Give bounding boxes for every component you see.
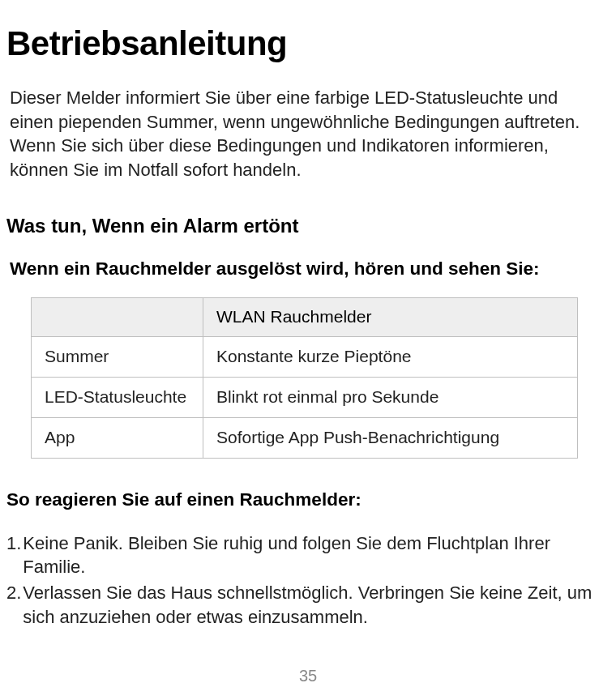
reaction-steps: 1. Keine Panik. Bleiben Sie ruhig und fo…	[6, 531, 608, 630]
page-number: 35	[0, 667, 616, 685]
table-row: LED-Statusleuchte Blinkt rot einmal pro …	[32, 377, 578, 417]
table-cell-label: App	[32, 417, 203, 458]
table-row: Summer Konstante kurze Pieptöne	[32, 336, 578, 377]
table-header-empty	[32, 297, 203, 336]
list-text: Verlassen Sie das Haus schnellstmöglich.…	[23, 581, 608, 629]
table-cell-value: Konstante kurze Pieptöne	[203, 336, 578, 377]
list-item: 1. Keine Panik. Bleiben Sie ruhig und fo…	[6, 531, 608, 579]
heading-trigger: Wenn ein Rauchmelder ausgelöst wird, hör…	[6, 258, 608, 280]
table-cell-value: Blinkt rot einmal pro Sekunde	[203, 377, 578, 417]
table-cell-label: Summer	[32, 336, 203, 377]
table-cell-value: Sofortige App Push-Benachrichtigung	[203, 417, 578, 458]
table-cell-label: LED-Statusleuchte	[32, 377, 203, 417]
indicator-table: WLAN Rauchmelder Summer Konstante kurze …	[31, 297, 578, 459]
heading-alarm-action: Was tun, Wenn ein Alarm ertönt	[6, 215, 608, 237]
intro-paragraph: Dieser Melder informiert Sie über eine f…	[6, 86, 608, 182]
heading-react: So reagieren Sie auf einen Rauchmelder:	[6, 489, 608, 510]
list-item: 2. Verlassen Sie das Haus schnellstmögli…	[6, 581, 608, 629]
list-text: Keine Panik. Bleiben Sie ruhig und folge…	[23, 531, 608, 579]
page-title: Betriebsanleitung	[6, 24, 608, 63]
table-row: App Sofortige App Push-Benachrichtigung	[32, 417, 578, 458]
table-header-device: WLAN Rauchmelder	[203, 297, 578, 336]
list-number: 1.	[6, 531, 23, 579]
list-number: 2.	[6, 581, 23, 629]
